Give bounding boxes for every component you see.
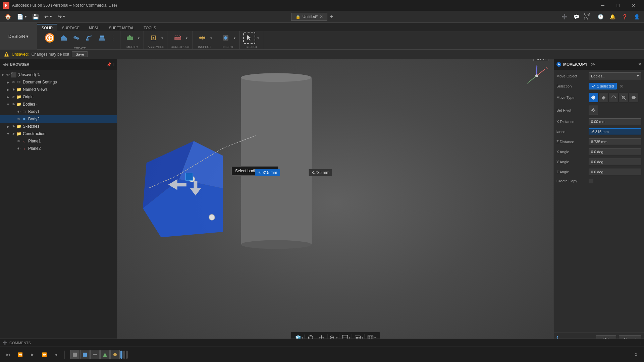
timeline-marker-2[interactable] [123,351,125,359]
close-button[interactable]: ✕ [626,0,641,11]
move-type-rotate-btn[interactable] [609,93,618,102]
eye-body2[interactable]: 👁 [16,116,21,122]
tree-toggle-origin[interactable]: ▶ [5,94,11,100]
tree-toggle-bodies[interactable]: ▼ [5,102,11,107]
selection-button[interactable]: 1 selected [589,83,617,89]
tab-surface[interactable]: SURFACE [57,24,84,31]
dimension-badge-2[interactable]: 8.735 mm [309,169,332,176]
timeline-next-button[interactable]: ⏩ [39,349,50,360]
eye-construction[interactable]: 👁 [11,131,16,136]
eye-views[interactable]: 👁 [11,87,16,92]
eye-origin[interactable]: 👁 [11,94,16,100]
z-distance-input[interactable] [589,138,641,145]
pivot-button[interactable] [589,106,598,115]
measure-button[interactable] [196,32,208,44]
eye-plane1[interactable]: 👁 [16,138,21,144]
clear-selection-button[interactable]: ✕ [618,83,625,89]
tree-item-named-views[interactable]: ▶ 👁 📁 Named Views [0,86,117,93]
y-angle-input[interactable] [589,159,641,165]
move-type-scale-btn[interactable] [619,93,628,102]
tree-toggle-sketches[interactable]: ▶ [5,124,11,129]
save-file-button[interactable]: 💾 [30,12,41,21]
y-distance-input[interactable] [589,128,641,135]
minimize-button[interactable]: ─ [595,0,610,11]
design-dropdown-button[interactable]: DESIGN ▾ [0,23,37,50]
notification-button[interactable]: 🔔 [608,12,617,21]
tree-toggle-construction[interactable]: ▼ [5,131,11,136]
profile-button[interactable]: 👤 [632,12,641,21]
tab-solid[interactable]: SOLID [37,24,57,31]
insert-dropdown-button[interactable]: ▾ [232,36,237,41]
comments-bar[interactable]: ➕ COMMENTS | [0,339,644,347]
move-type-align-btn[interactable] [629,93,638,102]
maximize-button[interactable]: □ [610,0,626,11]
tree-toggle-doc[interactable]: ▶ [5,79,11,85]
tree-item-bodies[interactable]: ▼ 👁 📁 Bodies ··· [0,101,117,108]
timeline-prev-button[interactable]: ⏪ [15,349,25,360]
press-pull-button[interactable] [124,32,136,44]
timeline-end-button[interactable]: ⏭ [51,349,62,360]
eye-bodies[interactable]: 👁 [11,102,16,107]
create-copy-checkbox[interactable] [589,179,593,183]
eye-doc[interactable]: 👁 [11,79,16,85]
new-file-button[interactable]: 📄▾ [15,12,29,21]
save-button[interactable]: Save [72,51,88,57]
chat-button[interactable]: 💬 [572,12,581,21]
x-distance-input[interactable] [589,118,641,125]
add-connection-button[interactable]: ➕ [559,12,569,21]
tab-tools[interactable]: TOOLS [139,24,161,31]
counter-button[interactable]: 8 of 10 [584,12,593,21]
z-angle-input[interactable] [589,169,641,175]
timeline-current-marker[interactable] [120,351,122,359]
new-component-assemble-button[interactable] [147,32,159,44]
offset-plane-button[interactable] [172,32,184,44]
tree-toggle-root[interactable]: ▼ [0,72,5,77]
timeline-step-2[interactable] [80,350,90,359]
tree-item-doc-settings[interactable]: ▶ 👁 ⚙ Document Settings [0,78,117,86]
create-dropdown-button[interactable]: ⋮ [109,34,117,42]
tree-item-construction[interactable]: ▼ 👁 📁 Construction [0,130,117,137]
move-type-translate-btn[interactable] [599,93,608,102]
collapse-icon[interactable]: ◀◀ [3,62,8,67]
pin-icon[interactable]: 📌 [107,62,111,67]
insert-derive-button[interactable] [220,32,232,44]
modify-dropdown-button[interactable]: ▾ [137,36,141,41]
file-tab[interactable]: 🔒 Untitled* ✕ [291,13,327,21]
move-object-dropdown[interactable]: Bodies... ▾ [589,72,641,79]
construct-dropdown-button[interactable]: ▾ [184,36,189,41]
tab-mesh[interactable]: MESH [84,24,104,31]
eye-sketches[interactable]: 👁 [11,124,16,129]
tree-item-sketches[interactable]: ▶ 👁 📁 Sketches [0,123,117,130]
tree-toggle-views[interactable]: ▶ [5,87,11,92]
assemble-dropdown-button[interactable]: ▾ [160,36,164,41]
timeline-step-5[interactable] [110,350,120,359]
select-dropdown-button[interactable]: ▾ [256,36,260,41]
new-component-button[interactable] [42,31,57,45]
tree-item-body1[interactable]: 👁 □ Body1 [0,108,117,115]
new-tab-button[interactable]: + [327,13,335,21]
home-button[interactable]: 🏠 [3,12,13,21]
timeline-settings-button[interactable]: ⚙ [631,349,641,360]
tree-item-body2[interactable]: 👁 ■ Body2 [0,115,117,123]
comments-expand-icon[interactable]: | [640,341,641,345]
timeline-start-button[interactable]: ⏮ [3,349,13,360]
extrude-button[interactable] [58,32,70,44]
close-tab-button[interactable]: ✕ [320,14,323,19]
timeline-play-button[interactable]: ▶ [27,349,38,360]
dimension-badge-1[interactable]: -6.315 mm [255,169,280,176]
timeline-step-4[interactable] [100,350,110,359]
redo-button[interactable]: ↪▾ [55,12,67,21]
tree-item-root[interactable]: ▼ 👁 ⬛ (Unsaved) ↻ [0,71,117,78]
move-type-free-btn[interactable] [589,93,598,102]
tree-item-plane2[interactable]: 👁 ⬦ Plane2 [0,145,117,152]
help-button[interactable]: ❓ [620,12,629,21]
eye-plane2[interactable]: 👁 [16,146,21,151]
tree-item-plane1[interactable]: 👁 ⬦ Plane1 [0,137,117,145]
refresh-icon[interactable]: ↻ [37,72,41,77]
undo-button[interactable]: ↩▾ [42,12,54,21]
timeline-step-1[interactable] [70,350,79,359]
loft-button[interactable] [96,32,108,44]
tree-item-origin[interactable]: ▶ 👁 📁 Origin [0,93,117,101]
timeline-marker-3[interactable] [126,351,128,359]
axis-view-label[interactable]: RIGHT [533,59,548,61]
